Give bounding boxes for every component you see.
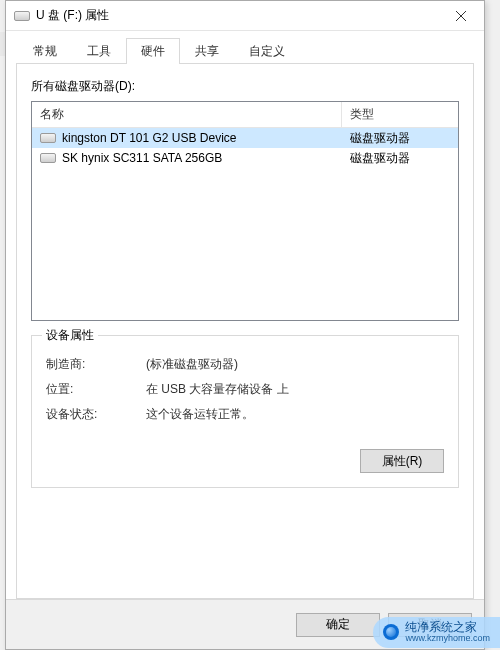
manufacturer-row: 制造商: (标准磁盘驱动器) (46, 356, 444, 373)
location-value: 在 USB 大容量存储设备 上 (146, 381, 444, 398)
device-type-cell: 磁盘驱动器 (342, 130, 458, 147)
window-title: U 盘 (F:) 属性 (36, 7, 438, 24)
drive-icon (14, 11, 30, 21)
tab-customize[interactable]: 自定义 (234, 38, 300, 64)
watermark-url: www.kzmyhome.com (405, 634, 490, 644)
tab-general[interactable]: 常规 (18, 38, 72, 64)
device-list-header: 名称 类型 (32, 102, 458, 128)
close-icon (456, 11, 466, 21)
device-name: SK hynix SC311 SATA 256GB (62, 151, 222, 165)
status-label: 设备状态: (46, 406, 146, 423)
properties-dialog: U 盘 (F:) 属性 常规 工具 硬件 共享 自定义 所有磁盘驱动器(D): … (5, 0, 485, 650)
device-name-cell: SK hynix SC311 SATA 256GB (32, 151, 342, 165)
device-name: kingston DT 101 G2 USB Device (62, 131, 237, 145)
disk-drive-icon (40, 153, 56, 163)
device-type-cell: 磁盘驱动器 (342, 150, 458, 167)
device-properties-title: 设备属性 (42, 327, 98, 344)
tab-sharing[interactable]: 共享 (180, 38, 234, 64)
watermark-logo-icon (383, 624, 399, 640)
device-list[interactable]: 名称 类型 kingston DT 101 G2 USB Device 磁盘驱动… (31, 101, 459, 321)
tab-panel-hardware: 所有磁盘驱动器(D): 名称 类型 kingston DT 101 G2 USB… (16, 63, 474, 599)
device-properties-group: 设备属性 制造商: (标准磁盘驱动器) 位置: 在 USB 大容量存储设备 上 … (31, 335, 459, 488)
location-row: 位置: 在 USB 大容量存储设备 上 (46, 381, 444, 398)
column-header-name[interactable]: 名称 (32, 102, 342, 127)
all-drives-label: 所有磁盘驱动器(D): (31, 78, 459, 95)
close-button[interactable] (438, 1, 484, 31)
disk-drive-icon (40, 133, 56, 143)
device-row[interactable]: kingston DT 101 G2 USB Device 磁盘驱动器 (32, 128, 458, 148)
column-header-type[interactable]: 类型 (342, 102, 458, 127)
manufacturer-value: (标准磁盘驱动器) (146, 356, 444, 373)
watermark: 纯净系统之家 www.kzmyhome.com (373, 617, 500, 648)
location-label: 位置: (46, 381, 146, 398)
ok-button[interactable]: 确定 (296, 613, 380, 637)
tab-tools[interactable]: 工具 (72, 38, 126, 64)
device-row[interactable]: SK hynix SC311 SATA 256GB 磁盘驱动器 (32, 148, 458, 168)
device-properties-button[interactable]: 属性(R) (360, 449, 444, 473)
device-name-cell: kingston DT 101 G2 USB Device (32, 131, 342, 145)
manufacturer-label: 制造商: (46, 356, 146, 373)
status-row: 设备状态: 这个设备运转正常。 (46, 406, 444, 423)
tab-hardware[interactable]: 硬件 (126, 38, 180, 64)
titlebar: U 盘 (F:) 属性 (6, 1, 484, 31)
client-area: 常规 工具 硬件 共享 自定义 所有磁盘驱动器(D): 名称 类型 kingst… (6, 31, 484, 599)
status-value: 这个设备运转正常。 (146, 406, 444, 423)
group-actions: 属性(R) (46, 449, 444, 473)
tab-strip: 常规 工具 硬件 共享 自定义 (16, 37, 474, 63)
